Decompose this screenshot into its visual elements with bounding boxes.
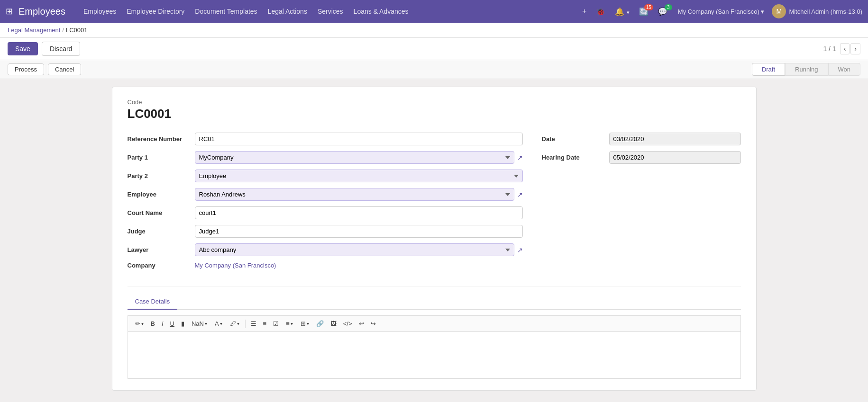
nav-employees[interactable]: Employees bbox=[79, 5, 121, 18]
checkbox-button[interactable]: ☑ bbox=[270, 319, 282, 329]
status-bar: Process Cancel Draft Running Won bbox=[0, 60, 868, 79]
main-menu: Employees Employee Directory Document Te… bbox=[79, 5, 577, 18]
cancel-button[interactable]: Cancel bbox=[48, 63, 81, 75]
bold-button[interactable]: B bbox=[148, 319, 158, 329]
status-bar-left: Process Cancel bbox=[8, 63, 81, 75]
code-value: LC0001 bbox=[128, 107, 741, 121]
party2-select[interactable]: Employee bbox=[195, 170, 523, 182]
font-color-dropdown[interactable]: A ▾ bbox=[211, 319, 226, 329]
table-dropdown[interactable]: ⊞ ▾ bbox=[297, 319, 312, 329]
lawyer-select[interactable]: Abc company bbox=[195, 243, 514, 256]
hearing-date-row: Hearing Date 05/02/2020 bbox=[542, 151, 741, 164]
top-navigation: ⊞ Employees Employees Employee Directory… bbox=[0, 0, 868, 23]
party1-select[interactable]: MyCompany bbox=[195, 151, 514, 164]
employee-row: Employee Roshan Andrews ↗ bbox=[128, 188, 523, 201]
lawyer-external-link-icon[interactable]: ↗ bbox=[517, 246, 523, 254]
nav-arrows: ‹ › bbox=[840, 43, 860, 54]
grid-icon[interactable]: ⊞ bbox=[6, 6, 13, 17]
breadcrumb: Legal Management / LC0001 bbox=[0, 23, 868, 38]
tab-case-details[interactable]: Case Details bbox=[128, 294, 178, 310]
chat-button[interactable]: 💬 3 bbox=[655, 5, 670, 18]
lawyer-field: Abc company ↗ bbox=[195, 243, 523, 256]
party1-row: Party 1 MyCompany ↗ bbox=[128, 151, 523, 164]
party2-row: Party 2 Employee bbox=[128, 170, 523, 182]
company-label: Company bbox=[128, 262, 189, 269]
status-step-won[interactable]: Won bbox=[828, 63, 861, 76]
align-dropdown[interactable]: ≡ ▾ bbox=[283, 319, 296, 329]
date-label: Date bbox=[542, 135, 603, 143]
save-button[interactable]: Save bbox=[8, 42, 38, 55]
add-button[interactable]: + bbox=[579, 5, 589, 18]
company-value[interactable]: My Company (San Francisco) bbox=[195, 262, 276, 269]
action-bar-right: 1 / 1 ‹ › bbox=[823, 43, 860, 54]
underline-button[interactable]: U bbox=[167, 319, 177, 329]
nav-document-templates[interactable]: Document Templates bbox=[190, 5, 262, 18]
bug-button[interactable]: 🐞 bbox=[593, 5, 608, 18]
tabs-section: Case Details ✏ ▾ B I U ▮ NaN ▾ A ▾ 🖊 ▾ ☰… bbox=[128, 286, 741, 379]
prev-record-button[interactable]: ‹ bbox=[840, 43, 850, 54]
main-content: Code LC0001 Reference Number Party 1 MyC… bbox=[0, 79, 868, 402]
discard-button[interactable]: Discard bbox=[42, 42, 80, 56]
employee-external-link-icon[interactable]: ↗ bbox=[517, 191, 523, 198]
judge-row: Judge bbox=[128, 225, 523, 238]
employee-label: Employee bbox=[128, 191, 189, 198]
party1-field: MyCompany ↗ bbox=[195, 151, 523, 164]
font-size-dropdown[interactable]: NaN ▾ bbox=[188, 319, 210, 329]
ordered-list-button[interactable]: ≡ bbox=[260, 319, 270, 329]
party1-external-link-icon[interactable]: ↗ bbox=[517, 154, 523, 161]
redo-button[interactable]: ↪ bbox=[368, 319, 379, 329]
lawyer-label: Lawyer bbox=[128, 246, 189, 253]
reference-number-input[interactable] bbox=[195, 133, 523, 145]
form-body: Reference Number Party 1 MyCompany ↗ Par… bbox=[128, 133, 741, 275]
date-input[interactable]: 03/02/2020 bbox=[609, 133, 741, 145]
status-step-draft[interactable]: Draft bbox=[752, 63, 785, 76]
judge-input[interactable] bbox=[195, 225, 523, 238]
bell-button[interactable]: 🔔 ▾ bbox=[612, 5, 632, 18]
company-switcher[interactable]: My Company (San Francisco) ▾ bbox=[674, 6, 768, 17]
employee-select[interactable]: Roshan Andrews bbox=[195, 188, 514, 201]
next-record-button[interactable]: › bbox=[850, 43, 860, 54]
bell-icon: 🔔 bbox=[615, 8, 624, 16]
employee-field: Roshan Andrews ↗ bbox=[195, 188, 523, 201]
action-bar: Save Discard 1 / 1 ‹ › bbox=[0, 38, 868, 60]
toolbar-separator-1 bbox=[245, 320, 246, 328]
action-bar-left: Save Discard bbox=[8, 42, 80, 56]
reference-number-label: Reference Number bbox=[128, 135, 189, 143]
nav-loans-advances[interactable]: Loans & Advances bbox=[349, 5, 413, 18]
activity-button[interactable]: 🔄 15 bbox=[636, 5, 651, 18]
hearing-date-input[interactable]: 05/02/2020 bbox=[609, 151, 741, 164]
reference-number-row: Reference Number bbox=[128, 133, 523, 145]
user-menu[interactable]: M Mitchell Admin (hrms-13.0) bbox=[772, 4, 862, 18]
party2-label: Party 2 bbox=[128, 172, 189, 179]
link-button[interactable]: 🔗 bbox=[313, 319, 327, 329]
activity-badge: 15 bbox=[644, 4, 653, 10]
editor-toolbar: ✏ ▾ B I U ▮ NaN ▾ A ▾ 🖊 ▾ ☰ ≡ ☑ ≡ ▾ ⊞ ▾ … bbox=[128, 315, 741, 331]
party2-field: Employee bbox=[195, 170, 523, 182]
unordered-list-button[interactable]: ☰ bbox=[248, 319, 259, 329]
process-button[interactable]: Process bbox=[8, 63, 44, 75]
chat-badge: 3 bbox=[665, 4, 672, 10]
undo-button[interactable]: ↩ bbox=[356, 319, 367, 329]
breadcrumb-separator: / bbox=[62, 27, 64, 34]
style-dropdown[interactable]: ✏ ▾ bbox=[132, 319, 147, 329]
nav-legal-actions[interactable]: Legal Actions bbox=[263, 5, 312, 18]
avatar: M bbox=[772, 4, 786, 18]
judge-label: Judge bbox=[128, 228, 189, 235]
court-name-input[interactable] bbox=[195, 206, 523, 219]
lawyer-row: Lawyer Abc company ↗ bbox=[128, 243, 523, 256]
image-button[interactable]: 🖼 bbox=[328, 319, 339, 329]
app-title: Employees bbox=[18, 6, 65, 17]
topnav-right: + 🐞 🔔 ▾ 🔄 15 💬 3 My Company (San Francis… bbox=[579, 4, 862, 18]
pagination-text: 1 / 1 bbox=[823, 45, 836, 53]
code-button[interactable]: </> bbox=[340, 319, 355, 329]
status-step-running[interactable]: Running bbox=[785, 63, 828, 76]
nav-employee-directory[interactable]: Employee Directory bbox=[122, 5, 189, 18]
date-row: Date 03/02/2020 bbox=[542, 133, 741, 145]
highlight-button[interactable]: ▮ bbox=[178, 319, 187, 329]
company-row: Company My Company (San Francisco) bbox=[128, 262, 523, 269]
italic-button[interactable]: I bbox=[159, 319, 166, 329]
editor-area[interactable] bbox=[128, 331, 741, 379]
bg-color-dropdown[interactable]: 🖊 ▾ bbox=[227, 319, 243, 329]
nav-services[interactable]: Services bbox=[313, 5, 348, 18]
breadcrumb-parent[interactable]: Legal Management bbox=[8, 27, 60, 34]
